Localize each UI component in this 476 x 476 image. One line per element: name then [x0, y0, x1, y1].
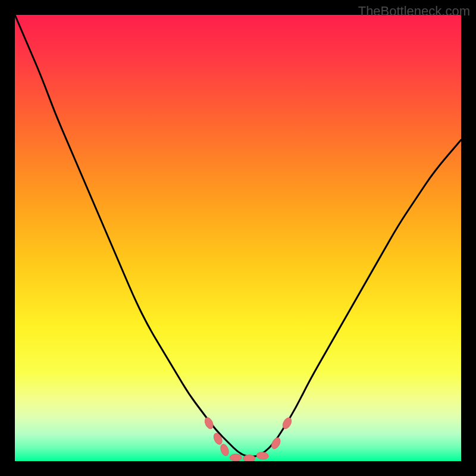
curve-marker [256, 452, 269, 460]
chart-frame: TheBottleneck.com [0, 0, 476, 476]
watermark-text: TheBottleneck.com [358, 4, 470, 19]
curve-marker [212, 432, 224, 446]
curve-marker [219, 443, 230, 457]
curve-marker [203, 416, 215, 430]
curve-marker [270, 436, 282, 450]
plot-area [15, 15, 461, 461]
curve-marker [243, 455, 255, 462]
curve-marker [230, 454, 242, 461]
bottleneck-curve [15, 15, 461, 461]
